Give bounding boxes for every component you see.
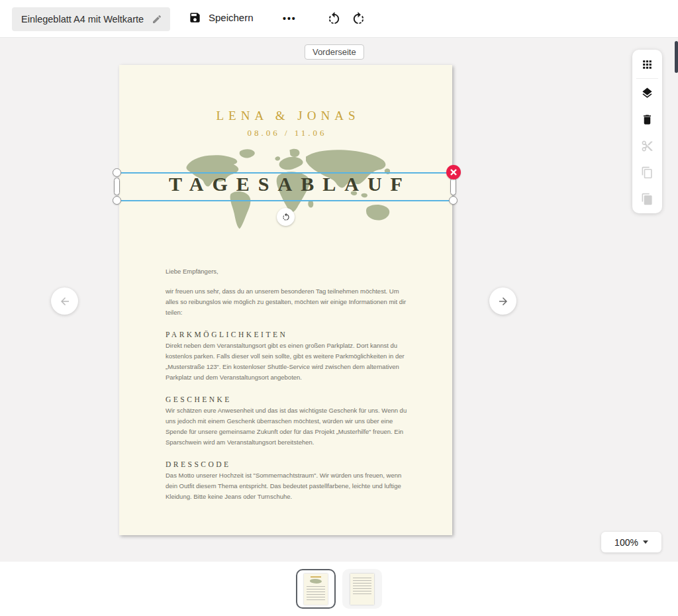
wedding-dates[interactable]: 08.06 / 11.06 xyxy=(119,128,452,138)
section-body: Direkt neben dem Veranstaltungsort gibt … xyxy=(166,340,409,383)
delete-selection-button[interactable] xyxy=(446,165,461,180)
page-side-label: Vorderseite xyxy=(305,44,364,60)
selection-top-edge[interactable] xyxy=(117,172,454,174)
top-toolbar: Einlegeblatt A4 mit Weltkarte Speichern … xyxy=(0,0,678,38)
rotate-selection-handle[interactable] xyxy=(277,208,295,226)
thumbnail-back-preview xyxy=(350,574,374,605)
next-page-button[interactable] xyxy=(489,287,516,315)
redo-icon xyxy=(351,11,366,26)
more-options-button[interactable]: ••• xyxy=(283,13,297,24)
thumbnail-title-mark xyxy=(311,576,321,578)
selection-handle-right[interactable] xyxy=(450,178,456,195)
delete-tool-button[interactable] xyxy=(632,106,662,132)
arrow-right-icon xyxy=(497,295,509,307)
paste-tool-button[interactable] xyxy=(632,185,662,212)
grid-icon xyxy=(641,58,654,71)
editor-canvas: Vorderseite LENA & JONAS 08.06 / 11.06 T… xyxy=(0,38,678,562)
design-page[interactable]: LENA & JONAS 08.06 / 11.06 TAGESABLAUF L… xyxy=(119,65,452,535)
trash-icon xyxy=(641,113,654,126)
tool-divider xyxy=(636,78,658,79)
design-title-field[interactable]: Einlegeblatt A4 mit Weltkarte xyxy=(12,7,170,31)
page-thumbnails-strip xyxy=(0,562,678,616)
thumbnail-text-lines xyxy=(307,586,325,601)
selection-handle-bottom-left[interactable] xyxy=(113,196,121,205)
redo-button[interactable] xyxy=(351,11,366,26)
zoom-level-label: 100% xyxy=(614,537,638,548)
scissors-icon xyxy=(641,140,654,152)
section-body: Wir schätzen eure Anwesenheit und das is… xyxy=(166,405,409,448)
section-heading: PARKMÖGLICHKEITEN xyxy=(166,329,409,340)
edit-icon xyxy=(152,14,162,25)
undo-icon xyxy=(326,11,342,26)
save-icon xyxy=(189,11,201,24)
thumbnail-front-preview xyxy=(304,574,328,605)
thumbnail-text-lines xyxy=(353,578,371,596)
thumbnail-front-page[interactable] xyxy=(296,569,336,609)
layers-tool-button[interactable] xyxy=(632,79,662,106)
selection-handle-left[interactable] xyxy=(114,178,120,195)
body-text-block[interactable]: Liebe Empfängers, wir freuen uns sehr, d… xyxy=(166,266,409,502)
section-heading: DRESSCODE xyxy=(166,459,409,470)
zoom-control[interactable]: 100% xyxy=(601,532,661,552)
rotate-ccw-icon xyxy=(281,213,291,222)
copy-filled-icon xyxy=(641,193,654,205)
section-dresscode: DRESSCODE Das Motto unserer Hochzeit ist… xyxy=(166,459,409,502)
design-title-text: Einlegeblatt A4 mit Weltkarte xyxy=(21,14,144,25)
selection-handle-top-left[interactable] xyxy=(113,168,121,177)
layers-icon xyxy=(641,87,654,99)
tool-rail xyxy=(632,50,662,213)
copy-icon xyxy=(641,166,654,179)
greeting-line: Liebe Empfängers, xyxy=(166,266,409,277)
section-gifts: GESCHENKE Wir schätzen eure Anwesenheit … xyxy=(166,394,409,448)
previous-page-button[interactable] xyxy=(51,287,78,315)
arrow-left-icon xyxy=(59,295,71,307)
intro-paragraph: wir freuen uns sehr, dass du an unserem … xyxy=(166,286,409,318)
chevron-down-icon xyxy=(643,540,648,544)
vertical-scrollbar[interactable] xyxy=(675,41,678,73)
thumbnail-map-mark xyxy=(310,579,322,584)
section-body: Das Motto unserer Hochzeit ist "Sommerna… xyxy=(166,470,409,502)
section-parking: PARKMÖGLICHKEITEN Direkt neben dem Veran… xyxy=(166,329,409,383)
cut-tool-button[interactable] xyxy=(632,132,662,159)
couple-names[interactable]: LENA & JONAS xyxy=(119,109,452,123)
selection-bottom-edge[interactable] xyxy=(117,200,454,201)
thumbnail-back-page[interactable] xyxy=(342,569,382,609)
section-heading: GESCHENKE xyxy=(166,394,409,405)
close-icon xyxy=(450,169,457,176)
selection-handle-bottom-right[interactable] xyxy=(449,196,458,205)
ellipsis-icon: ••• xyxy=(283,13,297,24)
save-button-label: Speichern xyxy=(209,12,254,23)
grid-tool-button[interactable] xyxy=(632,51,662,77)
save-button[interactable]: Speichern xyxy=(189,11,254,24)
undo-button[interactable] xyxy=(326,11,342,26)
duplicate-tool-button[interactable] xyxy=(632,159,662,185)
selected-heading-text[interactable]: TAGESABLAUF xyxy=(119,173,452,195)
